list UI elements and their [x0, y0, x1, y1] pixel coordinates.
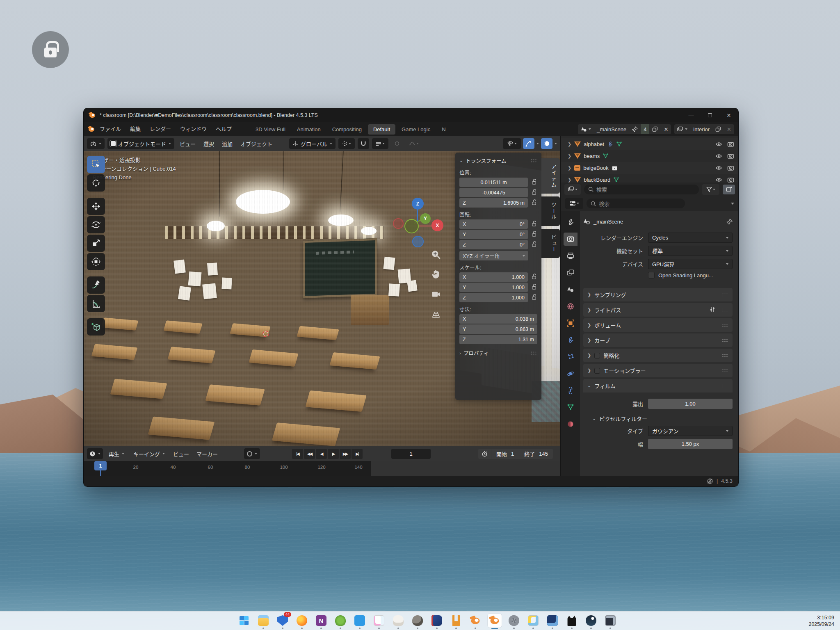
unlock-icon[interactable] [531, 179, 537, 186]
editor-type-button[interactable] [87, 138, 105, 149]
scene-copy-button[interactable] [649, 124, 661, 134]
view-layer-browse-button[interactable] [674, 124, 690, 134]
unlock-icon[interactable] [531, 221, 537, 228]
hide-eye-icon[interactable] [715, 164, 722, 171]
tab-modifiers[interactable] [564, 333, 578, 347]
mesh-data-icon[interactable] [613, 177, 619, 183]
filter-type-dropdown[interactable]: ガウシアン [648, 426, 733, 436]
view-layer-remove-button[interactable]: ✕ [724, 124, 734, 134]
mesh-data-icon[interactable] [603, 153, 609, 159]
viewport-canvas[interactable]: ユーザー・透視投影 (1) シーンコレクション | Cube.014 Rende… [84, 151, 560, 446]
taskbar-cat-app[interactable] [565, 614, 579, 628]
collapse-chevron-icon[interactable]: ⌄ [459, 158, 463, 163]
presets-sliders-icon[interactable] [710, 306, 716, 314]
rotation-z-field[interactable]: Z0° [459, 240, 528, 249]
auto-key-button[interactable] [244, 448, 260, 459]
cursor-tool[interactable] [87, 174, 105, 192]
workspace-tab-animation[interactable]: Animation [292, 124, 326, 135]
panel-simplify[interactable]: ❯ 簡略化 [583, 349, 733, 362]
viewport-menu-select[interactable]: 選択 [201, 140, 217, 148]
scale-y-field[interactable]: Y1.000 [459, 283, 528, 292]
camera-visibility-icon[interactable] [727, 141, 734, 148]
unlock-icon[interactable] [531, 189, 537, 196]
pan-hand-icon[interactable] [431, 269, 441, 280]
snap-button[interactable] [358, 138, 369, 149]
chevron-down-icon[interactable] [731, 203, 734, 205]
device-dropdown[interactable]: GPU演算 [648, 259, 733, 269]
tab-object-data[interactable] [564, 401, 578, 414]
play-button[interactable]: ▶ [328, 449, 339, 459]
tab-object[interactable] [564, 317, 578, 330]
scene-pin-button[interactable] [629, 124, 641, 134]
tab-render[interactable] [564, 233, 578, 246]
timeline-marker-menu[interactable]: マーカー [194, 450, 220, 458]
taskbar-notes-app[interactable] [372, 614, 386, 628]
render-engine-dropdown[interactable]: Cycles [648, 233, 733, 243]
workspace-tab-compositing[interactable]: Compositing [327, 124, 367, 135]
gizmo-x-axis[interactable]: X [431, 219, 443, 231]
simplify-checkbox[interactable] [594, 353, 600, 358]
workspace-tab-clipped[interactable]: N [436, 124, 451, 135]
dimension-x-field[interactable]: X0.038 m [459, 314, 537, 324]
taskbar-sculpt-app[interactable] [449, 614, 463, 628]
dimension-z-field[interactable]: Z1.31 m [459, 335, 537, 344]
gizmos-toggle[interactable] [523, 138, 534, 149]
menu-file[interactable]: ファイル [95, 122, 126, 136]
tab-tool[interactable] [564, 216, 578, 229]
taskbar-gimp[interactable] [411, 614, 425, 628]
taskbar-clock[interactable]: 3:15:09 2025/09/24 [808, 614, 834, 628]
sidebar-tab-view[interactable]: ビュー [541, 229, 560, 258]
playback-menu[interactable]: 再生 [105, 448, 128, 459]
transform-tool[interactable] [87, 253, 105, 270]
pin-icon[interactable] [726, 219, 733, 225]
taskbar-photos[interactable] [526, 614, 540, 628]
expand-chevron-icon[interactable]: › [459, 351, 461, 356]
gizmo-y-axis[interactable]: Y [420, 213, 431, 224]
unlock-icon[interactable] [531, 199, 537, 207]
unlock-icon[interactable] [531, 241, 537, 249]
orientation-dropdown[interactable]: グローバル [289, 138, 336, 149]
panel-volumes[interactable]: ❯ ボリューム [583, 318, 733, 332]
outliner-display-mode-button[interactable] [564, 184, 581, 195]
desktop-lock-icon[interactable] [32, 31, 69, 68]
frame-start-field[interactable]: 開始1 [491, 449, 519, 459]
taskbar-dictionary[interactable] [430, 614, 444, 628]
taskbar-vscode[interactable] [353, 614, 367, 628]
shading-rendered-toggle[interactable] [541, 138, 552, 149]
measure-tool[interactable] [87, 295, 105, 312]
taskbar-file-explorer[interactable] [256, 614, 270, 628]
panel-motion-blur[interactable]: ❯ モーションブラー [583, 364, 733, 377]
location-y-field[interactable]: -0.004475 [459, 188, 528, 197]
drag-handle-icon[interactable] [531, 159, 537, 163]
menu-window[interactable]: ウィンドウ [176, 122, 211, 136]
camera-visibility-icon[interactable] [727, 164, 734, 171]
taskbar-settings[interactable] [507, 614, 521, 628]
feature-set-dropdown[interactable]: 標準 [648, 246, 733, 256]
scale-z-field[interactable]: Z1.000 [459, 293, 528, 302]
tab-particles[interactable] [564, 350, 578, 363]
viewport-menu-add[interactable]: 追加 [219, 140, 235, 148]
panel-film[interactable]: ⌄ フィルム [583, 379, 733, 393]
blender-menu-icon[interactable] [88, 126, 95, 133]
new-collection-button[interactable] [723, 185, 735, 194]
pixel-filter-subpanel[interactable]: ⌄ ピクセルフィルター [592, 415, 733, 422]
tab-material[interactable] [564, 418, 578, 431]
current-frame-field[interactable]: 1 [391, 449, 431, 459]
use-preview-range-button[interactable] [478, 449, 491, 459]
snap-settings-button[interactable] [372, 138, 388, 149]
panel-sampling[interactable]: ❯ サンプリング [583, 288, 733, 301]
rotation-y-field[interactable]: Y0° [459, 230, 528, 239]
mode-dropdown[interactable]: オブジェクトモード [107, 138, 174, 149]
frame-end-field[interactable]: 終了145 [519, 449, 553, 459]
zoom-icon[interactable] [431, 249, 441, 260]
taskbar-screen-clip[interactable] [603, 614, 617, 628]
hide-eye-icon[interactable] [715, 153, 722, 160]
properties-search-input[interactable]: 検索 [587, 199, 685, 208]
menu-help[interactable]: ヘルプ [211, 122, 236, 136]
annotate-tool[interactable] [87, 276, 105, 294]
scene-name[interactable]: _mainScene [594, 124, 629, 134]
expand-chevron-icon[interactable]: ❯ [568, 153, 571, 159]
mesh-data-icon[interactable] [616, 141, 622, 147]
sidebar-tab-tool[interactable]: ツール [541, 196, 560, 226]
rotation-x-field[interactable]: X0° [459, 219, 528, 229]
